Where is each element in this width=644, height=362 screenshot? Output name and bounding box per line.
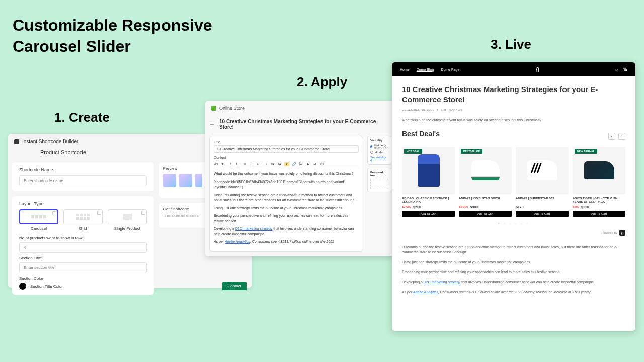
product-name: ADIDAS | KID'S STAN SMITH bbox=[459, 197, 512, 204]
hidden-radio[interactable]: Hidden bbox=[370, 151, 388, 154]
bg-tool[interactable]: ▾ bbox=[284, 162, 289, 166]
color-text: Section Title Color bbox=[30, 284, 63, 289]
layout-carousel[interactable]: Carousel bbox=[19, 209, 58, 231]
blog-article: Discounts during the festive season are … bbox=[402, 245, 625, 295]
page-title: 10 Creative Christmas Marketing Strategi… bbox=[219, 119, 391, 130]
nav-blog[interactable]: Demo Blog bbox=[417, 68, 434, 71]
layout-single[interactable]: Single Product bbox=[108, 209, 147, 231]
set-visibility-link[interactable]: Set visibility d bbox=[370, 156, 388, 162]
row-count-input[interactable] bbox=[19, 242, 147, 253]
price: $900 bbox=[470, 205, 478, 209]
step-2-label: 2. Apply bbox=[297, 74, 347, 90]
heading-tool[interactable]: A▾ bbox=[214, 162, 219, 166]
rte-toolbar: A▾ B I U ≡ ≣ ⇤ ⇥ ≡▾ A▾ ▾ 🔗 🖼 ▶ ⊘ <> bbox=[214, 161, 359, 168]
blog-meta: DECEMBER 15, 2023 · RISHI THAKKER bbox=[402, 108, 625, 111]
product-image bbox=[584, 161, 614, 179]
store-logo[interactable]: {} bbox=[536, 67, 539, 72]
nav-home[interactable]: Home bbox=[400, 68, 410, 71]
d2c-link[interactable]: D2C marketing strategy bbox=[235, 227, 273, 230]
color-swatch[interactable] bbox=[19, 283, 26, 290]
preview-thumb bbox=[163, 174, 176, 187]
color-tool[interactable]: A▾ bbox=[277, 162, 282, 166]
visible-radio[interactable]: Visible (aGMT+5:30 bbox=[370, 144, 388, 150]
shopify-icon bbox=[211, 106, 216, 111]
link-tool[interactable]: 🔗 bbox=[291, 162, 296, 166]
heading-line2: Carousel Slider bbox=[13, 36, 212, 57]
apply-panel: Online Store ← 10 Creative Christmas Mar… bbox=[205, 101, 395, 256]
add-to-cart-button[interactable]: Add To Cart bbox=[459, 211, 512, 217]
section-title-input[interactable] bbox=[19, 262, 147, 273]
editor-card: Title 10 Creative Christmas Marketing St… bbox=[209, 136, 363, 252]
old-price: $300 bbox=[573, 205, 579, 209]
indent-tool[interactable]: ⇤ bbox=[256, 162, 261, 166]
align-tool[interactable]: ≡▾ bbox=[270, 162, 275, 166]
title-input[interactable]: 10 Creative Christmas Marketing Strategi… bbox=[214, 145, 359, 153]
bold-tool[interactable]: B bbox=[221, 162, 226, 166]
preview-thumb bbox=[195, 174, 202, 187]
blog-title: 10 Creative Christmas Marketing Strategi… bbox=[402, 84, 625, 104]
list-tool[interactable]: ≡ bbox=[242, 162, 247, 166]
heading-line1: Customizable Responsive bbox=[13, 15, 212, 36]
old-price: $7,000 bbox=[402, 205, 411, 209]
step-3-label: 3. Live bbox=[491, 37, 531, 52]
section-title-field-label: Section Title? bbox=[19, 256, 147, 260]
add-to-cart-button[interactable]: Add To Cart bbox=[516, 211, 569, 217]
carousel-next-button[interactable]: › bbox=[618, 133, 625, 140]
back-arrow-icon[interactable]: ← bbox=[209, 121, 215, 128]
nav-demo[interactable]: Dome Page bbox=[441, 68, 459, 71]
add-to-cart-button[interactable]: Add To Cart bbox=[402, 211, 455, 217]
old-price: $1,000 bbox=[459, 205, 468, 209]
list-tool[interactable]: ≣ bbox=[249, 162, 254, 166]
featured-image-drop[interactable] bbox=[370, 179, 388, 189]
adobe-link[interactable]: Adobe Analytics bbox=[225, 240, 250, 243]
content-label: Content bbox=[214, 156, 359, 159]
row-count-label: No of products want to show in row? bbox=[19, 236, 147, 240]
product-card[interactable]: HOT DEAL ADIDAS | CLASSIC BACKPACK | LEG… bbox=[402, 147, 455, 217]
shortcode-name-label: Shortcode Name bbox=[19, 167, 147, 172]
price: $220 bbox=[581, 205, 589, 209]
underline-tool[interactable]: U bbox=[235, 162, 240, 166]
product-card[interactable]: ADIDAS | SUPERSTAR 80S $170 Add To Cart bbox=[516, 147, 569, 217]
breadcrumb[interactable]: Online Store bbox=[219, 106, 245, 111]
product-name: ADIDAS | CLASSIC BACKPACK | LEGEND INK bbox=[402, 197, 455, 204]
adobe-link[interactable]: Adobe Analytics bbox=[413, 290, 438, 294]
image-tool[interactable]: 🖼 bbox=[298, 162, 303, 166]
d2c-link[interactable]: D2C marketing strategy bbox=[424, 280, 461, 284]
indent-tool[interactable]: ⇥ bbox=[263, 162, 268, 166]
featured-image-card: Featured ima bbox=[367, 168, 391, 192]
powered-by: Powered by {} bbox=[402, 230, 625, 236]
section-title: Product Shortcode bbox=[15, 149, 111, 159]
clear-tool[interactable]: ⊘ bbox=[312, 162, 317, 166]
app-name: Instant Shortcode Builder bbox=[22, 139, 78, 144]
badge: NEW ARRIVAL bbox=[575, 149, 597, 154]
section-color-label: Section Color bbox=[19, 276, 147, 281]
product-name: ASICS TIGER | GEL-LYTE V '30 YEARS OF GE… bbox=[573, 197, 625, 204]
shortcode-name-input[interactable] bbox=[19, 175, 147, 186]
contact-button[interactable]: Contact bbox=[222, 282, 247, 290]
cart-icon[interactable]: 🛍 bbox=[623, 67, 627, 72]
search-icon[interactable]: ⌕ bbox=[615, 67, 618, 72]
carousel-prev-button[interactable]: ‹ bbox=[608, 133, 615, 140]
app-icon bbox=[14, 139, 19, 144]
blog-intro: What would be the outcome if your focus … bbox=[402, 118, 625, 122]
code-tool[interactable]: <> bbox=[319, 162, 325, 166]
video-tool[interactable]: ▶ bbox=[305, 162, 310, 166]
product-carousel: HOT DEAL ADIDAS | CLASSIC BACKPACK | LEG… bbox=[402, 147, 625, 217]
carousel-dots[interactable]: ● ○ ○ ○ ○ ○ bbox=[402, 222, 625, 225]
powered-by-icon[interactable]: {} bbox=[619, 230, 625, 236]
product-card[interactable]: BESTSELLER ADIDAS | KID'S STAN SMITH $1,… bbox=[459, 147, 512, 217]
content-body[interactable]: What would be the outcome if your focus … bbox=[214, 171, 359, 245]
product-name: ADIDAS | SUPERSTAR 80S bbox=[516, 197, 569, 204]
price: $500 bbox=[413, 205, 421, 209]
layout-grid[interactable]: Grid bbox=[63, 209, 103, 231]
product-image bbox=[471, 160, 500, 180]
add-to-cart-button[interactable]: Add To Cart bbox=[573, 211, 625, 217]
price: $170 bbox=[516, 205, 524, 209]
deals-title: Best Deal's bbox=[402, 130, 440, 138]
italic-tool[interactable]: I bbox=[228, 162, 233, 166]
step-1-label: 1. Create bbox=[54, 110, 110, 125]
storefront-nav: Home Demo Blog Dome Page {} ⌕ 🛍 bbox=[392, 62, 635, 76]
badge: BESTSELLER bbox=[461, 149, 482, 154]
product-card[interactable]: NEW ARRIVAL ASICS TIGER | GEL-LYTE V '30… bbox=[573, 147, 625, 217]
product-image bbox=[418, 154, 440, 187]
